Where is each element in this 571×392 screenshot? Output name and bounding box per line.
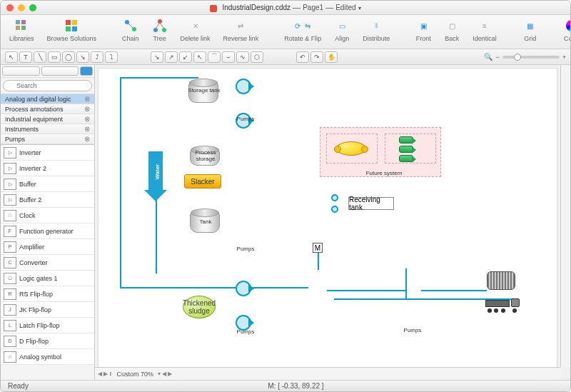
shape-analog-symbol[interactable]: ∩Analog symbol <box>1 349 94 365</box>
tb-back[interactable]: ▢Back <box>444 18 460 42</box>
tb-del-link[interactable]: ✕Delete link <box>181 18 211 42</box>
zoom-level[interactable]: Custom 70% <box>116 371 153 378</box>
small-circle[interactable] <box>331 206 338 213</box>
shape-rs-flip-flop[interactable]: RRS Flip-flop <box>1 286 94 302</box>
yellow-capsule[interactable] <box>336 141 366 156</box>
side-view-toggle <box>1 65 94 78</box>
side-view-grid[interactable] <box>80 66 93 76</box>
pump-shape[interactable] <box>236 79 251 94</box>
svg-line-14 <box>156 23 160 29</box>
vertical-scrollbar[interactable] <box>560 65 570 367</box>
truck-shape[interactable] <box>485 297 520 313</box>
tool-line[interactable]: ╲ <box>34 51 46 63</box>
tb-chain[interactable]: Chain <box>122 18 139 42</box>
conn <box>318 253 319 270</box>
m-box[interactable]: M <box>313 243 323 253</box>
doc-state[interactable]: Edited <box>335 4 355 11</box>
tool-arrow1[interactable]: ↘ <box>151 51 163 63</box>
tb-distribute[interactable]: ⫴Distribute <box>363 18 390 42</box>
tool-pointer[interactable]: ↖ <box>5 51 18 63</box>
green-pump[interactable] <box>399 136 413 144</box>
pump-shape[interactable] <box>236 281 251 296</box>
main-toolbar: Libraries Browse Solutions Chain Tree ✕D… <box>1 15 570 49</box>
svg-rect-5 <box>72 20 77 25</box>
tb-align[interactable]: ▭Align <box>334 18 350 42</box>
shape-buffer[interactable]: ▷Buffer <box>1 176 94 192</box>
shape-inverter-2[interactable]: ▷Inverter 2 <box>1 161 94 176</box>
zoom-slider[interactable] <box>502 56 560 59</box>
tool-conn3[interactable]: ⤵ <box>105 51 118 63</box>
shape-d-flip-flop[interactable]: DD Flip-flop <box>1 333 94 349</box>
tool-arc2[interactable]: ⌣ <box>222 51 235 63</box>
receiving-tank[interactable]: Receiving tank <box>348 197 394 210</box>
svg-rect-7 <box>72 26 77 31</box>
tb-rev-link[interactable]: ⇄Reverse link <box>223 18 259 42</box>
tb-front[interactable]: ▣Front <box>415 18 431 42</box>
tool-arrow3[interactable]: ↙ <box>179 51 192 63</box>
water-arrow[interactable]: Water <box>148 151 163 191</box>
sludge-shape[interactable]: Thickened sludge <box>183 296 216 318</box>
green-pump[interactable] <box>399 146 413 153</box>
tool-arc1[interactable]: ⌒ <box>208 51 221 63</box>
category-analog-and-digital-logic[interactable]: Analog and digital logic⊗ <box>1 94 94 104</box>
tb-libraries[interactable]: Libraries <box>9 18 34 42</box>
titlebar: IndustrialDesign.cddz — Page1 — Edited ▾ <box>1 1 570 15</box>
category-pumps[interactable]: Pumps⊗ <box>1 134 94 144</box>
page-name[interactable]: Page1 <box>303 4 323 11</box>
category-process-annotations[interactable]: Process annotations⊗ <box>1 104 94 114</box>
tool-rect[interactable]: ▭ <box>48 51 61 63</box>
shape-amplifier[interactable]: PAmplifier <box>1 239 94 255</box>
tb-browse[interactable]: Browse Solutions <box>47 18 97 42</box>
tool-ellipse[interactable]: ◯ <box>62 51 75 63</box>
tb-rotflip[interactable]: ⟳⇋Rotate & Flip <box>284 18 321 42</box>
secondary-toolbar: ↖ T ╲ ▭ ◯ ↘ ⤴ ⤵ ↘ ↗ ↙ ↖ ⌒ ⌣ ∿ ⬡ ↶ ↷ ✋ 🔍 <box>1 49 570 65</box>
tool-redo[interactable]: ↷ <box>310 51 323 63</box>
tool-poly[interactable]: ⬡ <box>251 51 263 63</box>
shape-latch-flip-flop[interactable]: LLatch Flip-flop <box>1 318 94 333</box>
conn <box>327 290 405 291</box>
svg-rect-6 <box>66 26 71 31</box>
svg-line-15 <box>160 23 164 29</box>
tool-text[interactable]: T <box>19 51 32 63</box>
search-input[interactable] <box>3 80 92 91</box>
tb-identical[interactable]: ≡Identical <box>473 18 497 42</box>
future-label: Future system <box>355 170 413 176</box>
canvas[interactable]: Storage tank Pumps Water Process storage… <box>98 68 557 377</box>
status-mouse: M: [ -0.33, 89.22 ] <box>268 382 323 390</box>
pumps-label: Pumps <box>231 116 260 122</box>
tool-arrow2[interactable]: ↗ <box>165 51 178 63</box>
tool-spline[interactable]: ∿ <box>236 51 249 63</box>
sidebar: Analog and digital logic⊗Process annotat… <box>1 65 95 380</box>
radiator-shape[interactable] <box>487 271 515 290</box>
shape-inverter[interactable]: ▷Inverter <box>1 145 94 161</box>
pumps-label: Pumps <box>231 246 260 252</box>
tb-grid[interactable]: ▦Grid <box>522 18 538 42</box>
slacker-shape[interactable]: Slacker <box>184 174 221 189</box>
category-industrial-equipment[interactable]: Industrial equipment⊗ <box>1 114 94 124</box>
shape-jk-flip-flop[interactable]: JJK Flip-flop <box>1 302 94 318</box>
tool-undo[interactable]: ↶ <box>296 51 309 63</box>
conn <box>405 268 407 298</box>
tool-conn2[interactable]: ⤴ <box>91 51 103 63</box>
doc-icon <box>210 5 217 12</box>
green-pump[interactable] <box>399 155 413 162</box>
shape-buffer-2[interactable]: ▷Buffer 2 <box>1 192 94 208</box>
side-view-list[interactable] <box>2 66 40 76</box>
water-label: Water <box>154 164 161 180</box>
small-circle[interactable] <box>331 194 338 201</box>
tool-arrow4[interactable]: ↖ <box>193 51 206 63</box>
side-view-detail[interactable] <box>41 66 79 76</box>
shape-logic-gates-1[interactable]: ⎔Logic gates 1 <box>1 271 94 286</box>
svg-rect-0 <box>16 20 20 24</box>
tool-hand[interactable]: ✋ <box>325 51 338 63</box>
tb-tree[interactable]: Tree <box>152 18 168 42</box>
shape-clock[interactable]: ⎍Clock <box>1 208 94 223</box>
shape-function-generator[interactable]: FFunction generator <box>1 223 94 239</box>
tb-color[interactable]: Color <box>564 18 571 42</box>
zoom-icon: 🔍 <box>484 53 492 61</box>
shape-converter[interactable]: CConverter <box>1 255 94 271</box>
horizontal-scrollbar[interactable]: ◀ ▶ ⫿ Custom 70% ▾ ◀ ▶ <box>95 367 560 380</box>
process-storage-label: Process storage <box>186 149 226 162</box>
category-instruments[interactable]: Instruments⊗ <box>1 124 94 134</box>
tool-conn1[interactable]: ↘ <box>76 51 89 63</box>
